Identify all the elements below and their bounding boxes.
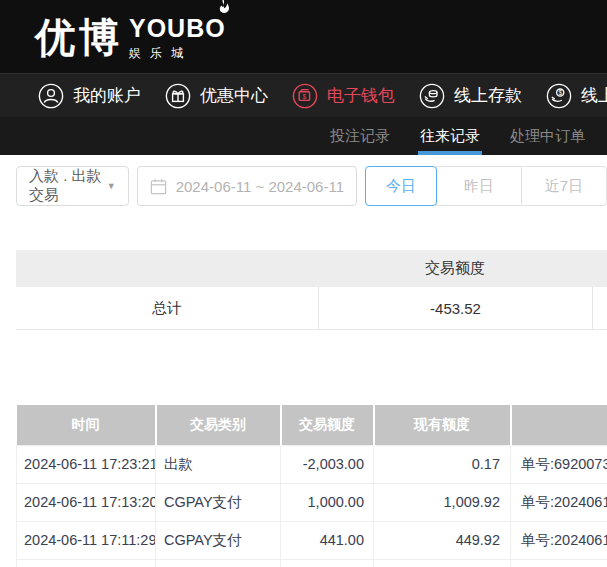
calendar-icon [150, 178, 167, 195]
svg-text:$: $ [558, 88, 562, 95]
nav-item-promotions[interactable]: 优惠中心 [165, 83, 268, 109]
deposit-icon [419, 83, 445, 109]
table-row: 2024-06-11 17:11:29 CGPAY支付 441.00 449.9… [17, 521, 607, 559]
quick-range-last7days-button[interactable]: 近7日 [521, 166, 607, 206]
gift-icon [165, 83, 191, 109]
cell-time [17, 559, 156, 567]
tab-label: 处理中订单 [510, 127, 585, 146]
brand-name-cn: 优博 [35, 17, 123, 57]
withdraw-icon: $ [546, 83, 572, 109]
tab-label: 往来记录 [420, 127, 480, 146]
chevron-down-icon: ▼ [107, 181, 116, 191]
summary-total-label: 总计 [16, 299, 318, 318]
col-header-type: 交易类别 [156, 405, 281, 445]
summary-total-row: 总计 -453.52 [16, 287, 607, 330]
table-header-row: 时间 交易类别 交易额度 现有额度 [17, 405, 607, 445]
table-row-partial [17, 559, 607, 567]
transaction-type-select[interactable]: 入款 . 出款交易 ▼ [16, 166, 129, 206]
main-nav: 我的账户 优惠中心 $ 电子钱包 [0, 73, 607, 117]
col-header-balance: 现有额度 [374, 405, 511, 445]
cell-balance [374, 559, 511, 567]
nav-item-label: 线上存款 [454, 84, 522, 107]
col-header-time: 时间 [17, 405, 156, 445]
cell-time: 2024-06-11 17:13:20 [17, 483, 156, 521]
cell-balance: 1,009.92 [374, 483, 511, 521]
brand-name-en: YOUBO [129, 14, 226, 42]
brand-name-block: YOUBO 娱乐城 [129, 12, 226, 62]
nav-item-label: 线上取款 [581, 84, 607, 107]
tab-transaction-records[interactable]: 往来记录 [420, 117, 480, 155]
nav-item-label: 电子钱包 [327, 84, 395, 107]
quick-range-group: 今日 昨日 近7日 [365, 166, 607, 206]
nav-item-my-account[interactable]: 我的账户 [38, 83, 141, 109]
summary-total-value: -453.52 [318, 287, 592, 329]
cell-reference: 单号:69200739 [511, 445, 607, 483]
cell-time: 2024-06-11 17:23:21 [17, 445, 156, 483]
cell-amount: 441.00 [281, 521, 374, 559]
quick-range-today-button[interactable]: 今日 [365, 166, 437, 206]
cell-amount: 1,000.00 [281, 483, 374, 521]
date-range-input[interactable]: 2024-06-11 ~ 2024-06-11 [137, 166, 357, 206]
flame-icon [215, 0, 230, 17]
nav-item-label: 优惠中心 [200, 84, 268, 107]
quick-range-yesterday-button[interactable]: 昨日 [436, 166, 522, 206]
cell-balance: 449.92 [374, 521, 511, 559]
records-tab-bar: 投注记录 往来记录 处理中订单 [0, 117, 607, 155]
tab-label: 投注记录 [330, 127, 390, 146]
nav-item-label: 我的账户 [73, 84, 141, 107]
cell-reference: 单号:20240612 [511, 483, 607, 521]
transactions-table: 时间 交易类别 交易额度 现有额度 2024-06-11 17:23:21 出款… [16, 405, 607, 567]
table-row: 2024-06-11 17:23:21 出款 -2,003.00 0.17 单号… [17, 445, 607, 483]
nav-item-deposit[interactable]: 线上存款 [419, 83, 522, 109]
summary-header-row: 交易额度 [16, 250, 607, 287]
page: 优博 YOUBO 娱乐城 我的账户 [0, 0, 607, 567]
cell-reference [511, 559, 607, 567]
col-header-reference [511, 405, 607, 445]
nav-item-withdraw[interactable]: $ 线上取款 [546, 83, 607, 109]
cell-type: 出款 [156, 445, 281, 483]
logo-bar: 优博 YOUBO 娱乐城 [0, 0, 607, 73]
tab-betting-records[interactable]: 投注记录 [330, 117, 390, 155]
cell-type: CGPAY支付 [156, 521, 281, 559]
tab-processing-orders[interactable]: 处理中订单 [510, 117, 585, 155]
cell-balance: 0.17 [374, 445, 511, 483]
summary-total-spacer [592, 287, 607, 329]
table-row: 2024-06-11 17:13:20 CGPAY支付 1,000.00 1,0… [17, 483, 607, 521]
date-range-value: 2024-06-11 ~ 2024-06-11 [176, 178, 344, 195]
filter-row: 入款 . 出款交易 ▼ 2024-06-11 ~ 2024-06-11 今日 昨… [0, 155, 607, 206]
nav-item-ewallet[interactable]: $ 电子钱包 [292, 83, 395, 109]
user-icon [38, 83, 64, 109]
summary-amount-header: 交易额度 [318, 259, 592, 278]
summary-table: 交易额度 总计 -453.52 [16, 250, 607, 330]
transaction-type-value: 入款 . 出款交易 [29, 167, 107, 205]
cell-type: CGPAY支付 [156, 483, 281, 521]
cell-time: 2024-06-11 17:11:29 [17, 521, 156, 559]
cell-reference: 单号:20240612 [511, 521, 607, 559]
cell-amount [281, 559, 374, 567]
wallet-icon: $ [292, 83, 318, 109]
cell-type [156, 559, 281, 567]
svg-text:$: $ [303, 92, 307, 99]
brand-name-sub: 娱乐城 [129, 45, 226, 62]
cell-amount: -2,003.00 [281, 445, 374, 483]
col-header-amount: 交易额度 [281, 405, 374, 445]
